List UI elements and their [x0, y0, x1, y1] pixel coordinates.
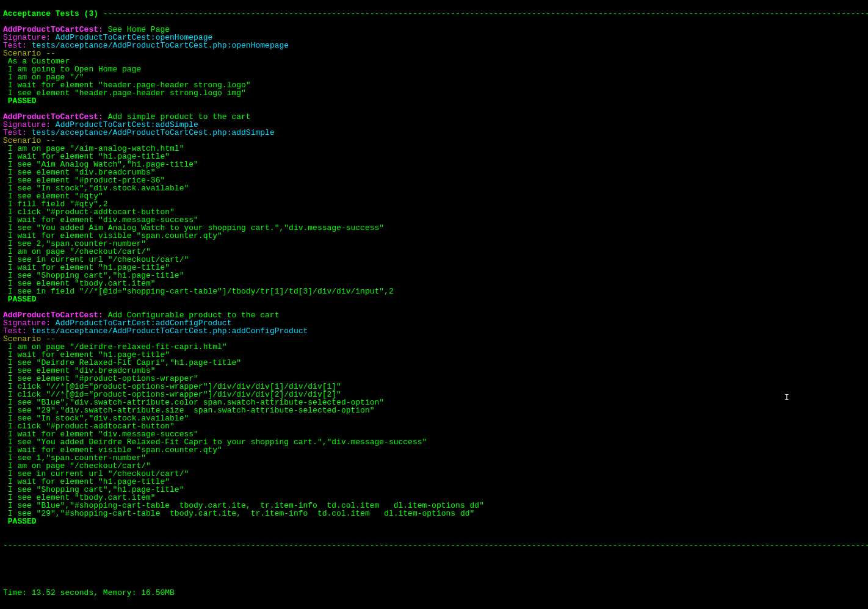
time-memory-line: Time: 13.52 seconds, Memory: 16.50MB — [3, 589, 865, 597]
blank-line — [3, 525, 865, 533]
blank-line — [3, 605, 865, 609]
terminal-output: Acceptance Tests (3) -------------------… — [0, 0, 868, 609]
scenario-step: I see in field "//*[@id="shopping-cart-t… — [3, 287, 865, 295]
scenario-step: I see element "header.page-header strong… — [3, 89, 865, 97]
test-block: AddProductToCartCest: Add Configurable p… — [3, 311, 865, 533]
header-dashes: ----------------------------------------… — [103, 9, 868, 18]
test-block: AddProductToCartCest: See Home PageSigna… — [3, 26, 865, 113]
separator-line: ----------------------------------------… — [3, 541, 865, 549]
test-block: AddProductToCartCest: Add simple product… — [3, 113, 865, 311]
blank-line — [3, 573, 865, 581]
test-path-value: tests/acceptance/AddProductToCartCest.ph… — [32, 128, 275, 137]
scenario-step: I see "29","#shopping-cart-table tbody.c… — [3, 510, 865, 517]
suite-header: Acceptance Tests (3) -------------------… — [3, 10, 865, 18]
blank-line — [3, 557, 865, 565]
scenario-step: I see element "#qty" — [3, 192, 865, 200]
test-path-value: tests/acceptance/AddProductToCartCest.ph… — [32, 41, 289, 50]
passed-marker: PASSED — [3, 517, 865, 525]
test-path-value: tests/acceptance/AddProductToCartCest.ph… — [32, 326, 308, 336]
passed-marker: PASSED — [3, 295, 865, 303]
scenario-step: I am going to Open Home page — [3, 65, 865, 73]
scenario-step: I see "In stock","div.stock.available" — [3, 184, 865, 192]
text-cursor-icon: I — [784, 394, 789, 402]
suite-title: Acceptance Tests (3) — [3, 9, 103, 18]
passed-marker: PASSED — [3, 97, 865, 105]
scenario-label: Scenario -- — [3, 49, 865, 57]
